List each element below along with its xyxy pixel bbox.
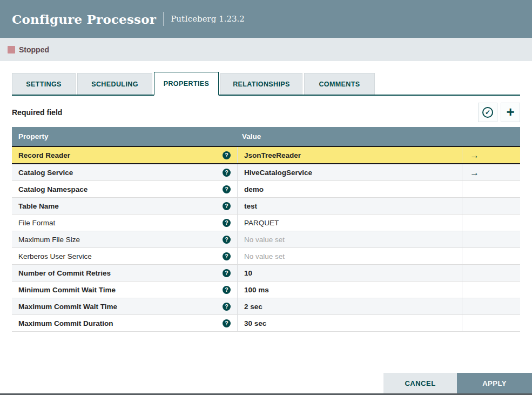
- help-icon[interactable]: ?: [223, 236, 231, 244]
- property-value: test: [244, 202, 257, 210]
- property-name: Maximum File Size: [18, 236, 80, 244]
- tab-comments[interactable]: COMMENTS: [304, 73, 375, 95]
- help-icon[interactable]: ?: [223, 219, 231, 227]
- dialog-title: Configure Processor: [12, 12, 156, 26]
- value-cell[interactable]: No value set: [238, 248, 462, 264]
- status-bar: Stopped: [0, 38, 532, 61]
- action-cell: [462, 298, 520, 314]
- property-value: 2 sec: [244, 303, 262, 311]
- help-icon[interactable]: ?: [223, 151, 231, 159]
- help-icon[interactable]: ?: [223, 169, 231, 177]
- property-cell: Number of Commit Retries ?: [12, 265, 238, 281]
- footer-buttons: CANCEL APPLY: [383, 373, 532, 393]
- value-cell[interactable]: 10: [238, 265, 462, 281]
- help-icon[interactable]: ?: [223, 319, 231, 327]
- table-row[interactable]: Maximum File Size ? No value set: [12, 231, 520, 248]
- value-cell[interactable]: 30 sec: [238, 315, 462, 331]
- cancel-button[interactable]: CANCEL: [383, 373, 457, 393]
- table-row[interactable]: Minimum Commit Wait Time ? 100 ms: [12, 282, 520, 298]
- property-name: Minimum Commit Wait Time: [18, 286, 116, 294]
- go-to-service-icon[interactable]: →: [470, 151, 479, 160]
- plus-icon: +: [506, 105, 514, 119]
- property-name: Number of Commit Retries: [18, 269, 111, 277]
- table-row[interactable]: Table Name ? test: [12, 198, 520, 215]
- title-separator: [163, 12, 164, 26]
- table-row[interactable]: File Format ? PARQUET: [12, 215, 520, 231]
- toolbar-icons: ✓ +: [478, 103, 520, 122]
- action-cell: [462, 181, 520, 197]
- dialog-content: SETTINGS SCHEDULING PROPERTIES RELATIONS…: [0, 73, 532, 332]
- action-cell: [462, 198, 520, 214]
- table-row[interactable]: Kerberos User Service ? No value set: [12, 248, 520, 265]
- value-cell[interactable]: 100 ms: [238, 282, 462, 298]
- table-row[interactable]: Record Reader ? JsonTreeReader →: [12, 146, 520, 164]
- tab-settings[interactable]: SETTINGS: [12, 73, 76, 95]
- property-name: File Format: [18, 219, 55, 227]
- property-name: Maximum Commit Wait Time: [18, 303, 117, 311]
- dialog-header: Configure Processor PutIceberg 1.23.2: [0, 0, 532, 38]
- table-header: Property Value: [12, 127, 520, 146]
- action-cell: [462, 215, 520, 231]
- property-cell: Catalog Namespace ?: [12, 181, 238, 197]
- configure-processor-dialog: Configure Processor PutIceberg 1.23.2 St…: [0, 0, 532, 395]
- properties-table: Property Value Record Reader ? JsonTreeR…: [12, 127, 520, 332]
- property-cell: File Format ?: [12, 215, 238, 231]
- property-name: Kerberos User Service: [18, 252, 92, 260]
- property-cell: Minimum Commit Wait Time ?: [12, 282, 238, 298]
- action-cell: [462, 248, 520, 264]
- help-icon[interactable]: ?: [223, 303, 231, 311]
- column-header-value: Value: [238, 132, 462, 140]
- value-cell[interactable]: JsonTreeReader: [238, 147, 462, 163]
- tab-properties[interactable]: PROPERTIES: [154, 72, 219, 96]
- value-cell[interactable]: PARQUET: [238, 215, 462, 231]
- property-value: No value set: [244, 252, 285, 260]
- value-cell[interactable]: test: [238, 198, 462, 214]
- action-cell: [462, 231, 520, 247]
- required-field-label: Required field: [12, 108, 62, 117]
- tab-scheduling[interactable]: SCHEDULING: [77, 73, 152, 95]
- property-cell: Maximum Commit Duration ?: [12, 315, 238, 331]
- tab-relationships[interactable]: RELATIONSHIPS: [220, 73, 302, 95]
- tab-bar: SETTINGS SCHEDULING PROPERTIES RELATIONS…: [12, 73, 520, 96]
- table-row[interactable]: Maximum Commit Duration ? 30 sec: [12, 315, 520, 332]
- value-cell[interactable]: No value set: [238, 231, 462, 247]
- property-name: Catalog Service: [18, 169, 73, 177]
- value-cell[interactable]: HiveCatalogService: [238, 164, 462, 180]
- verify-properties-button[interactable]: ✓: [478, 103, 497, 122]
- property-cell: Maximum File Size ?: [12, 231, 238, 247]
- property-cell: Record Reader ?: [12, 147, 238, 163]
- processor-type-version: PutIceberg 1.23.2: [171, 14, 245, 24]
- stopped-status-icon: [8, 46, 15, 53]
- value-cell[interactable]: 2 sec: [238, 298, 462, 314]
- properties-toolbar: Required field ✓ +: [12, 103, 520, 122]
- table-row[interactable]: Maximum Commit Wait Time ? 2 sec: [12, 298, 520, 315]
- help-icon[interactable]: ?: [223, 286, 231, 294]
- help-icon[interactable]: ?: [223, 185, 231, 193]
- column-header-property: Property: [12, 132, 238, 140]
- help-icon[interactable]: ?: [223, 269, 231, 277]
- value-cell[interactable]: demo: [238, 181, 462, 197]
- help-icon[interactable]: ?: [223, 252, 231, 260]
- table-row[interactable]: Catalog Service ? HiveCatalogService →: [12, 164, 520, 181]
- add-property-button[interactable]: +: [501, 103, 520, 122]
- help-icon[interactable]: ?: [223, 202, 231, 210]
- action-cell: →: [462, 147, 520, 163]
- go-to-service-icon[interactable]: →: [470, 168, 479, 177]
- property-value: 30 sec: [244, 319, 266, 327]
- property-value: 10: [244, 269, 252, 277]
- apply-button[interactable]: APPLY: [457, 373, 532, 393]
- status-label: Stopped: [19, 45, 49, 54]
- property-name: Catalog Namespace: [18, 185, 87, 193]
- table-row[interactable]: Catalog Namespace ? demo: [12, 181, 520, 198]
- check-circle-icon: ✓: [482, 107, 493, 118]
- property-cell: Table Name ?: [12, 198, 238, 214]
- table-row[interactable]: Number of Commit Retries ? 10: [12, 265, 520, 282]
- property-value: 100 ms: [244, 286, 269, 294]
- property-value: PARQUET: [244, 219, 279, 227]
- property-value: JsonTreeReader: [244, 151, 301, 159]
- property-cell: Maximum Commit Wait Time ?: [12, 298, 238, 314]
- action-cell: [462, 282, 520, 298]
- action-cell: [462, 265, 520, 281]
- property-value: No value set: [244, 236, 285, 244]
- property-cell: Kerberos User Service ?: [12, 248, 238, 264]
